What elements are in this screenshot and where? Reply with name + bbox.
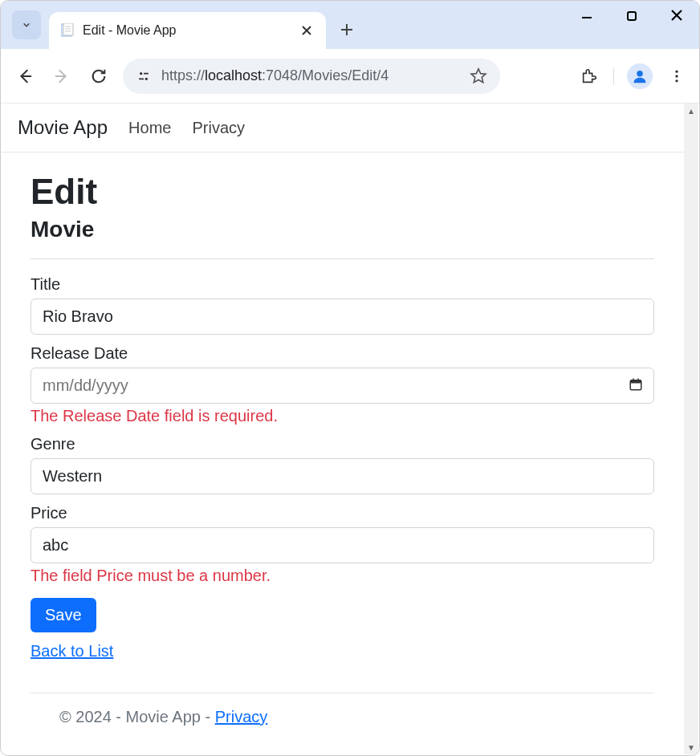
extensions-button[interactable] [578,65,600,87]
svg-rect-17 [630,380,641,383]
svg-point-10 [145,77,148,79]
address-bar[interactable]: https://localhost:7048/Movies/Edit/4 [123,59,500,94]
window-minimize-button[interactable] [574,9,600,26]
vertical-scrollbar[interactable]: ▲ ▼ [684,104,698,754]
field-release-date: Release Date The Release Date field is r… [31,344,654,425]
release-date-error: The Release Date field is required. [31,407,654,425]
scroll-up-button[interactable]: ▲ [684,104,698,118]
chevron-down-icon [21,19,32,30]
field-genre: Genre [31,435,654,494]
save-button[interactable]: Save [31,598,96,632]
main-content: Edit Movie Title Release Date The Releas… [2,152,683,741]
svg-point-15 [675,79,678,82]
release-date-label: Release Date [31,344,654,363]
profile-button[interactable] [627,63,653,89]
brand-link[interactable]: Movie App [18,116,108,139]
browser-tab[interactable]: Edit - Movie App [49,12,326,49]
toolbar-divider [613,67,614,85]
close-icon [670,9,683,22]
forward-button[interactable] [49,63,75,89]
browser-tab-strip: Edit - Movie App [1,1,699,49]
page-favicon-icon [60,23,75,38]
tab-title: Edit - Movie App [83,23,291,38]
site-nav: Movie App Home Privacy [2,104,683,152]
back-to-list-link[interactable]: Back to List [31,642,113,660]
svg-point-13 [675,70,678,72]
menu-button[interactable] [665,65,688,87]
window-maximize-button[interactable] [619,9,645,26]
page-subtitle: Movie [31,217,654,242]
genre-label: Genre [31,435,654,453]
footer-text: © 2024 - Movie App - [59,708,215,726]
svg-rect-6 [628,12,636,20]
back-button[interactable] [12,63,38,89]
field-price: Price The field Price must be a number. [31,504,654,585]
price-error: The field Price must be a number. [31,567,654,585]
genre-input[interactable] [31,458,654,494]
person-icon [632,68,648,84]
title-label: Title [31,275,654,294]
reload-icon [90,67,108,85]
footer-privacy-link[interactable]: Privacy [215,708,268,726]
new-tab-button[interactable] [332,15,361,44]
divider [31,258,654,259]
kebab-menu-icon [669,68,685,84]
tab-search-button[interactable] [12,10,41,39]
window-close-button[interactable] [664,9,690,26]
arrow-right-icon [53,67,71,85]
close-icon [302,26,311,35]
page-title: Edit [31,172,654,212]
release-date-input[interactable] [31,368,654,404]
svg-point-14 [675,75,678,77]
title-input[interactable] [31,299,654,335]
field-title: Title [31,275,654,335]
reload-button[interactable] [86,63,112,89]
puzzle-icon [580,67,598,85]
nav-privacy[interactable]: Privacy [192,119,245,137]
arrow-left-icon [16,67,34,85]
minimize-icon [580,9,593,22]
tab-close-button[interactable] [299,21,315,41]
scroll-down-button[interactable]: ▼ [684,740,698,754]
nav-home[interactable]: Home [128,119,171,137]
page-viewport: Movie App Home Privacy Edit Movie Title … [2,104,683,754]
price-input[interactable] [31,527,654,563]
svg-point-12 [637,70,643,76]
url-text: https://localhost:7048/Movies/Edit/4 [161,67,460,84]
browser-toolbar: https://localhost:7048/Movies/Edit/4 [1,49,699,104]
maximize-icon [626,10,637,22]
price-label: Price [31,504,654,522]
bookmark-star-icon[interactable] [470,67,487,85]
svg-point-7 [140,72,142,75]
footer: © 2024 - Movie App - Privacy [31,693,654,741]
calendar-icon[interactable] [629,377,643,395]
site-settings-icon [136,68,152,84]
plus-icon [340,23,353,36]
